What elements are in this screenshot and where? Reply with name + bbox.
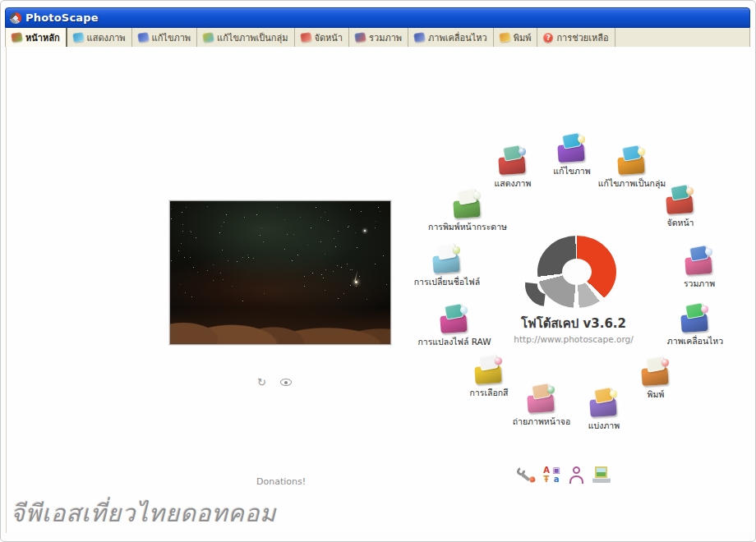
tab-label: รวมภาพ (369, 30, 402, 45)
module-label: ภาพเคลื่อนไหว (646, 334, 744, 348)
page-icon (665, 185, 696, 214)
photo-stars (170, 201, 171, 202)
page-tab-icon (300, 32, 311, 43)
batch-editor-icon (616, 145, 648, 175)
module-rename[interactable]: การเปลี่ยนชื่อไฟล์ (398, 244, 496, 289)
photoscape-window: PhotoScape หน้าหลัก แสดงภาพ แก้ไขภาพ แก้… (0, 0, 756, 542)
raw-converter-icon (439, 304, 470, 333)
module-label: การแปลงไฟล์ RAW (405, 335, 504, 349)
tab-print[interactable]: พิมพ์ (494, 28, 538, 47)
window-title: PhotoScape (25, 11, 99, 24)
donations-link[interactable]: Donations! (256, 476, 306, 487)
paper-print-icon (452, 189, 483, 218)
module-label: รวมภาพ (650, 277, 749, 291)
tab-label: แก้ไขภาพ (152, 30, 191, 45)
print-icon (640, 356, 671, 386)
logo-donut-hole (562, 259, 592, 285)
tab-label: พิมพ์ (514, 30, 532, 45)
module-label: การเลือกสี (440, 386, 538, 400)
tab-label: หน้าหลัก (25, 30, 60, 45)
tab-viewer[interactable]: แสดงภาพ (67, 28, 132, 47)
combine-tab-icon (354, 32, 366, 43)
website-link[interactable]: http://www.photoscape.org/ (483, 334, 664, 344)
app-name-version: โฟโต้สเคป v3.6.2 (483, 314, 664, 333)
module-raw-converter[interactable]: การแปลงไฟล์ RAW (405, 304, 504, 349)
help-tab-icon: ? (543, 33, 553, 43)
tab-animated-gif[interactable]: ภาพเคลื่อนไหว (408, 28, 494, 47)
language-icon[interactable]: A ▣ Ŧ a (542, 466, 561, 484)
photoscape-center-logo (531, 236, 616, 310)
module-paper-print[interactable]: การพิมพ์หน้ากระดาษ (418, 189, 517, 234)
animated-gif-icon (680, 303, 711, 333)
tab-label: ภาพเคลื่อนไหว (428, 30, 487, 45)
rename-icon (431, 244, 463, 273)
batch-editor-tab-icon (202, 32, 214, 43)
module-batch-editor[interactable]: แก้ไขภาพเป็นกลุ่ม (583, 145, 681, 191)
tab-label: การช่วยเหลือ (556, 30, 608, 45)
viewer-tab-icon (72, 32, 84, 43)
splitter-icon (588, 388, 620, 417)
tab-page[interactable]: จัดหน้า (295, 28, 350, 47)
tab-combine[interactable]: รวมภาพ (349, 28, 408, 47)
title-bar[interactable]: PhotoScape (5, 7, 750, 28)
tab-editor[interactable]: แก้ไขภาพ (132, 28, 197, 47)
user-icon[interactable] (569, 466, 585, 484)
wallpaper-icon[interactable] (592, 466, 611, 483)
settings-wrench-icon[interactable] (515, 465, 536, 485)
tab-help[interactable]: ? การช่วยเหลือ (537, 28, 615, 47)
watermark-text: จีพีเอสเที่ยวไทยดอทคอม (11, 494, 276, 532)
tab-home[interactable]: หน้าหลัก (6, 28, 67, 47)
photo-controls: ↻ (257, 377, 292, 388)
combine-icon (684, 246, 715, 275)
module-label: การพิมพ์หน้ากระดาษ (418, 220, 517, 234)
module-label: ถ่ายภาพหน้าจอ (492, 415, 591, 429)
editor-tab-icon (137, 32, 149, 43)
photo-view-icon[interactable] (280, 379, 292, 386)
bright-star (364, 230, 366, 232)
animated-gif-tab-icon (413, 32, 425, 43)
tab-label: แสดงภาพ (87, 30, 126, 45)
module-label: จัดหน้า (631, 216, 730, 230)
tab-label: แก้ไขภาพเป็นกลุ่ม (217, 30, 288, 45)
tab-label: จัดหน้า (315, 30, 343, 45)
module-combine[interactable]: รวมภาพ (650, 246, 749, 291)
logo-caption: โฟโต้สเคป v3.6.2 http://www.photoscape.o… (483, 314, 664, 344)
color-picker-icon (473, 355, 505, 384)
footer-icons: A ▣ Ŧ a (517, 466, 611, 484)
photoscape-logo-icon (10, 12, 21, 24)
tab-batch-editor[interactable]: แก้ไขภาพเป็นกลุ่ม (197, 28, 294, 47)
photo-rocks (170, 293, 390, 344)
main-tab-bar: หน้าหลัก แสดงภาพ แก้ไขภาพ แก้ไขภาพเป็นกล… (5, 28, 750, 47)
sample-photo[interactable] (169, 200, 391, 345)
print-tab-icon (499, 32, 510, 43)
home-tab-icon (11, 32, 22, 43)
module-page[interactable]: จัดหน้า (631, 185, 730, 230)
module-color-picker[interactable]: การเลือกสี (440, 355, 538, 400)
module-label: การเปลี่ยนชื่อไฟล์ (398, 275, 496, 289)
photo-refresh-icon[interactable]: ↻ (257, 377, 266, 388)
module-animated-gif[interactable]: ภาพเคลื่อนไหว (646, 303, 744, 348)
